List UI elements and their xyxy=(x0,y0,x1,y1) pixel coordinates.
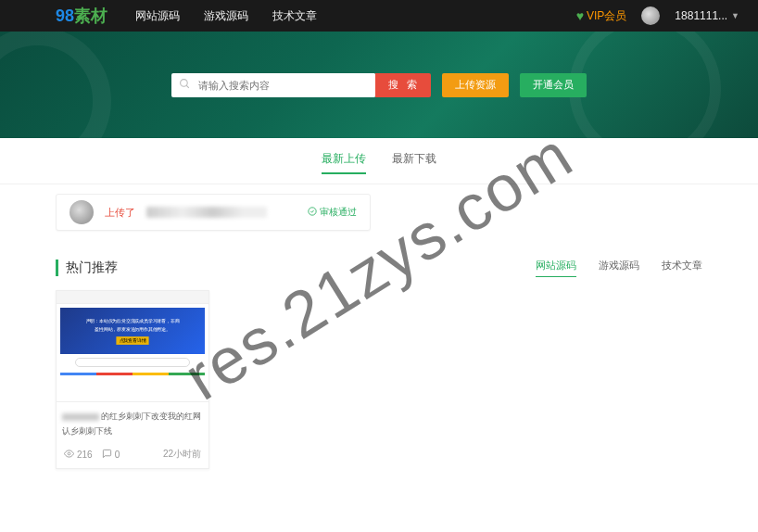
heart-icon: ♥ xyxy=(576,8,584,23)
search-row: 搜 索 上传资源 开通会员 xyxy=(171,73,587,97)
views-count: 216 xyxy=(77,450,93,460)
comment-icon xyxy=(102,449,112,461)
filter-tab-tech[interactable]: 技术文章 xyxy=(662,259,702,277)
check-circle-icon xyxy=(308,207,317,218)
nav-link-tech-articles[interactable]: 技术文章 xyxy=(272,8,317,24)
tab-latest-download[interactable]: 最新下载 xyxy=(392,151,436,174)
logo-number: 98 xyxy=(56,6,74,25)
card-footer: 216 0 22小时前 xyxy=(57,437,208,468)
section-title: 热门推荐 xyxy=(56,260,118,276)
username-dropdown[interactable]: 1881111... ▼ xyxy=(675,9,739,22)
nav-link-website-source[interactable]: 网站源码 xyxy=(135,8,180,24)
search-button[interactable]: 搜 索 xyxy=(375,73,431,97)
nav-link-game-source[interactable]: 游戏源码 xyxy=(204,8,248,24)
status-badge: 审核通过 xyxy=(308,206,357,219)
views-stat: 216 xyxy=(64,449,93,461)
activity-title-blurred xyxy=(146,207,267,218)
eye-icon xyxy=(64,449,74,461)
svg-point-0 xyxy=(181,79,188,86)
comments-stat: 0 xyxy=(102,449,120,461)
logo-word: 素材 xyxy=(74,6,107,25)
card-time: 22小时前 xyxy=(163,448,201,461)
username-text: 1881111... xyxy=(675,9,727,22)
thumb-banner-text-1: 声明：本站仅为欣赏交流或成员学习请看，非商 xyxy=(86,317,180,323)
vip-link[interactable]: ♥ VIP会员 xyxy=(576,8,627,24)
avatar xyxy=(69,200,94,224)
activity-item[interactable]: 上传了 审核通过 xyxy=(56,194,371,231)
open-member-button[interactable]: 开通会员 xyxy=(520,73,587,97)
tab-latest-upload[interactable]: 最新上传 xyxy=(322,151,366,174)
main-nav: 网站源码 游戏源码 技术文章 xyxy=(135,8,576,24)
search-box xyxy=(171,73,375,97)
status-text: 审核通过 xyxy=(320,206,357,219)
top-navbar: 98素材 网站源码 游戏源码 技术文章 ♥ VIP会员 1881111... ▼ xyxy=(0,0,758,32)
thumb-banner-button: 点我查看详情 xyxy=(116,336,148,345)
comments-count: 0 xyxy=(115,450,120,460)
hot-recommend-section: 热门推荐 网站源码 游戏源码 技术文章 声明：本站仅为欣赏交流或成员学习请看，非… xyxy=(0,259,758,497)
search-input[interactable] xyxy=(198,73,375,97)
svg-point-3 xyxy=(68,452,70,455)
activity-list: 上传了 审核通过 xyxy=(0,184,758,259)
filter-tab-game[interactable]: 游戏源码 xyxy=(599,259,639,277)
resource-card[interactable]: 声明：本站仅为欣赏交流或成员学习请看，非商 盈性网站，群友发送勿用作其他用途。 … xyxy=(56,290,209,469)
content-tabs: 最新上传 最新下载 xyxy=(0,138,758,184)
card-title: 的红乡刺刺下改变我的红网认乡刺刺下线 xyxy=(62,412,201,436)
upload-button[interactable]: 上传资源 xyxy=(442,73,509,97)
card-title-row: 的红乡刺刺下改变我的红网认乡刺刺下线 xyxy=(57,402,208,437)
svg-point-2 xyxy=(309,208,316,215)
vip-label: VIP会员 xyxy=(587,8,626,24)
filter-tab-website[interactable]: 网站源码 xyxy=(536,259,576,277)
site-logo[interactable]: 98素材 xyxy=(56,5,107,27)
card-thumbnail: 声明：本站仅为欣赏交流或成员学习请看，非商 盈性网站，群友发送勿用作其他用途。 … xyxy=(57,291,208,402)
section-filter-tabs: 网站源码 游戏源码 技术文章 xyxy=(536,259,702,277)
chevron-down-icon: ▼ xyxy=(731,11,739,20)
activity-action: 上传了 xyxy=(105,206,135,220)
section-header: 热门推荐 网站源码 游戏源码 技术文章 xyxy=(56,259,702,277)
user-nav: ♥ VIP会员 1881111... ▼ xyxy=(576,6,739,25)
avatar[interactable] xyxy=(641,6,660,25)
svg-line-1 xyxy=(186,85,189,88)
hero-banner: 搜 索 上传资源 开通会员 xyxy=(0,32,758,138)
thumb-banner-text-2: 盈性网站，群友发送勿用作其他用途。 xyxy=(95,325,171,332)
search-icon xyxy=(171,78,198,93)
